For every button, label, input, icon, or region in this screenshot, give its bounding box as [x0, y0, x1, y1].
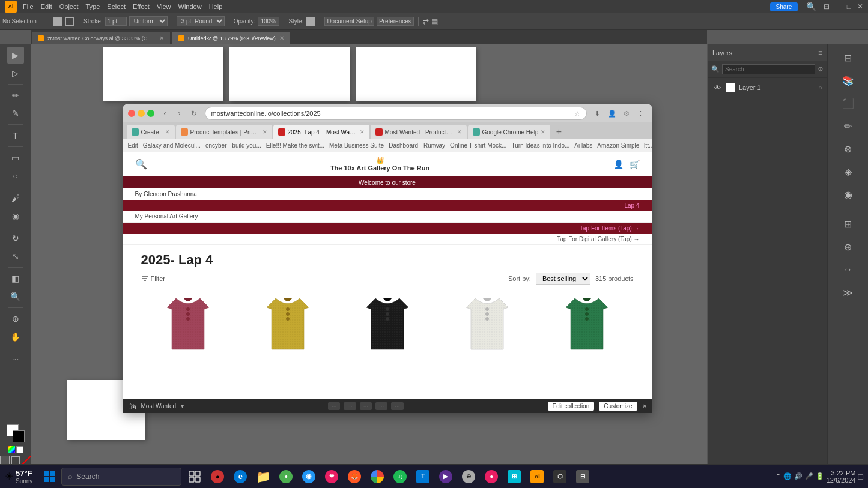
forward-btn[interactable]: ›	[174, 107, 186, 119]
scale-tool[interactable]: ⤡	[7, 248, 24, 265]
tab-untitled2-close[interactable]: ✕	[279, 35, 284, 41]
taskbar-icon-edge[interactable]: e	[229, 466, 251, 487]
back-btn[interactable]: ‹	[159, 107, 171, 119]
extensions-icon[interactable]: ⚙	[621, 107, 633, 119]
window-close-btn[interactable]: ✕	[857, 2, 863, 11]
taskbar-icon-4[interactable]: 🦊	[344, 466, 365, 487]
tab-untitled2[interactable]: Untitled-2 @ 13.79% (RGB/Preview) ✕	[172, 31, 291, 44]
site-search-icon[interactable]: 🔍	[135, 158, 147, 170]
site-header-icons[interactable]: 👤 🛒	[613, 160, 640, 169]
taskbar-icon-6[interactable]: ▶	[435, 466, 457, 487]
tab-close-lap4[interactable]: ✕	[360, 129, 365, 135]
tap-digital-text[interactable]: Tap For Digital Gallery (Tap) →	[557, 236, 639, 242]
start-button[interactable]	[37, 465, 61, 489]
preferences-button[interactable]: Preferences	[377, 17, 414, 26]
tray-chevron-icon[interactable]: ⌃	[775, 472, 781, 480]
browser-tab-lap4[interactable]: 2025- Lap 4 – Most Wanted... ✕	[273, 125, 369, 139]
direct-selection-tool[interactable]: ▷	[7, 65, 24, 82]
bookmark-tshirt[interactable]: Online T-shirt Mock...	[450, 142, 506, 149]
blob-brush-tool[interactable]: ◉	[7, 208, 24, 224]
color-mode-btn[interactable]	[8, 446, 15, 453]
pencil-tool[interactable]: ✎	[7, 105, 24, 122]
rotate-tool[interactable]: ↻	[7, 230, 24, 247]
pen-tool[interactable]: ✏	[7, 87, 24, 104]
browser-action-buttons[interactable]: ⬇ 👤 ⚙ ⋮	[592, 107, 647, 119]
stroke-size-select[interactable]: 3 pt. Round	[177, 16, 225, 26]
symbols-icon[interactable]: ⊛	[837, 138, 859, 160]
ellipse-tool[interactable]: ○	[7, 167, 24, 184]
menu-view[interactable]: View	[157, 3, 171, 10]
notification-center-icon[interactable]: □	[858, 472, 863, 481]
align-icon[interactable]: ⊞	[837, 213, 859, 235]
fill-stroke-pair[interactable]	[7, 424, 25, 442]
account-icon[interactable]: 👤	[613, 160, 624, 169]
edit-collection-button[interactable]: Edit collection	[548, 402, 595, 411]
ai-menu-bar[interactable]: File Edit Object Type Select Effect View…	[23, 3, 222, 10]
taskbar-icon-chrome[interactable]: ●	[366, 466, 388, 487]
taskbar-icon-10[interactable]: ⬡	[549, 466, 571, 487]
window-min-btn[interactable]: ─	[836, 2, 841, 11]
bookmark-ellell[interactable]: Elle!!! Make the swit...	[266, 142, 324, 149]
product-card-0[interactable]: w	[141, 289, 235, 361]
menu-object[interactable]: Object	[59, 3, 79, 10]
tray-network-icon[interactable]: 🌐	[783, 472, 792, 480]
stroke-swatch[interactable]	[65, 17, 74, 26]
appearance-icon[interactable]: ◉	[837, 184, 859, 205]
layers-search-input[interactable]	[722, 64, 815, 74]
menu-type[interactable]: Type	[86, 3, 100, 10]
profile-icon[interactable]: 👤	[606, 107, 618, 119]
search-icon[interactable]: 🔍	[806, 2, 816, 11]
pathfinder-icon[interactable]: ⊕	[837, 236, 859, 258]
tab-colorways[interactable]: zMost wanted Colorways.ai @ 33.33% (CMYK…	[31, 31, 171, 44]
product-card-1[interactable]: w	[241, 289, 335, 361]
tray-icons[interactable]: ⌃ 🌐 🔊 🎤 🔋	[775, 472, 824, 480]
stroke-type-select[interactable]: Uniform	[129, 16, 168, 26]
libraries-icon[interactable]: 📚	[837, 70, 859, 91]
browser-tab-chromehelp[interactable]: Google Chrome Help ✕	[468, 125, 551, 139]
menu-edit[interactable]: Edit	[41, 3, 52, 10]
share-button[interactable]: Share	[770, 2, 798, 11]
new-tab-btn[interactable]: +	[551, 125, 566, 139]
tab-close-mostwanted[interactable]: ✕	[457, 129, 462, 135]
transform-icon[interactable]: ⇄	[423, 17, 429, 26]
paintbrush-tool[interactable]: 🖌	[7, 190, 24, 206]
taskbar-icon-5[interactable]: T	[412, 466, 434, 487]
tray-volume-icon[interactable]: 🔊	[794, 472, 803, 480]
browser-tab-mostwanted[interactable]: Most Wanted - Products · Fol... ✕	[371, 125, 467, 139]
shopify-close-btn[interactable]: ✕	[642, 403, 647, 409]
taskbar-icon-explorer[interactable]: 📁	[252, 466, 274, 487]
bookmark-turn[interactable]: Turn Ideas into Indo...	[511, 142, 569, 149]
browser-max-btn[interactable]	[147, 110, 154, 117]
sort-select[interactable]: Best selling	[536, 273, 590, 285]
bookmark-meta[interactable]: Meta Business Suite	[329, 142, 384, 149]
browser-tab-printful[interactable]: Product templates | Printfu... ✕	[176, 125, 272, 139]
taskbar-icon-2[interactable]: ◉	[298, 466, 320, 487]
collapse-panel-icon[interactable]: ≫	[837, 282, 859, 303]
star-icon[interactable]: ☆	[574, 110, 580, 118]
tab-close-create[interactable]: ✕	[165, 129, 170, 135]
bookmark-galaxy[interactable]: Galaxy and Molecul...	[143, 142, 201, 149]
align-icon[interactable]: ▤	[431, 17, 438, 26]
zoom-tool[interactable]: ⊕	[7, 310, 24, 327]
hand-tool[interactable]: ✋	[7, 328, 24, 345]
taskbar-icon-8[interactable]: ●	[481, 466, 502, 487]
tray-mic-icon[interactable]: 🎤	[805, 472, 813, 480]
tray-battery-icon[interactable]: 🔋	[816, 472, 824, 480]
product-card-3[interactable]: w	[440, 289, 534, 361]
url-bar[interactable]: mostwantedonline.io/collections/2025 ☆	[205, 107, 587, 120]
customize-button[interactable]: Customize	[599, 402, 637, 411]
bookmark-oncyber[interactable]: oncyber - build you...	[205, 142, 261, 149]
layer-row-1[interactable]: 👁 Layer 1 ○	[708, 78, 827, 97]
tray-clock[interactable]: 3:22 PM 12/6/2024	[827, 469, 856, 484]
product-card-4[interactable]: w	[540, 289, 634, 361]
selection-tool[interactable]: ▶	[7, 47, 24, 64]
browser-close-btn[interactable]	[128, 110, 135, 117]
taskbar-icon-3[interactable]: ❤	[321, 466, 342, 487]
gradient-tool[interactable]: ◧	[7, 270, 24, 287]
opacity-input[interactable]	[258, 17, 279, 26]
gallery-link[interactable]: My Personal Art Gallery	[135, 213, 198, 220]
layers-panel-menu-icon[interactable]: ≡	[818, 49, 822, 57]
ai-canvas[interactable]: ‹ › ↻ mostwantedonline.io/collections/20…	[31, 44, 707, 470]
bookmark-edit[interactable]: Edit	[128, 142, 138, 149]
nav-by-glendon[interactable]: By Glendon Prashanna	[135, 191, 197, 197]
